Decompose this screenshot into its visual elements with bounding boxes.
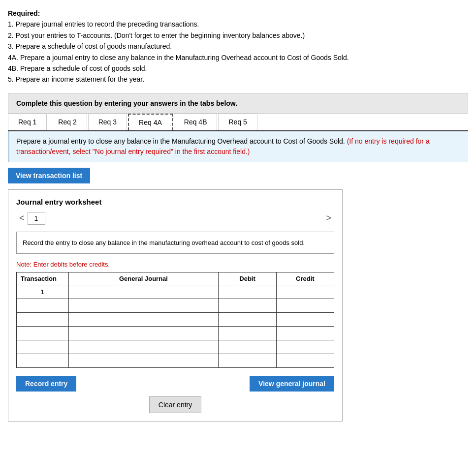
complete-instruction-box: Complete this question by entering your … xyxy=(8,93,468,114)
row4-debit-input[interactable] xyxy=(222,330,273,337)
record-entry-button[interactable]: Record entry xyxy=(16,376,76,392)
complete-instruction-text: Complete this question by entering your … xyxy=(16,99,237,107)
req-item-5: 5. Prepare an income statement for the y… xyxy=(8,75,144,83)
instruction-main: Prepare a journal entry to close any bal… xyxy=(16,137,345,145)
clear-row: Clear entry xyxy=(16,396,334,413)
row6-journal-input[interactable] xyxy=(72,357,216,364)
row6-credit[interactable] xyxy=(276,354,334,368)
required-section: Required: 1. Prepare journal entries to … xyxy=(8,8,468,85)
row2-credit[interactable] xyxy=(276,299,334,313)
instruction-box: Prepare a journal entry to close any bal… xyxy=(8,131,468,162)
tab-req4b[interactable]: Req 4B xyxy=(174,114,218,130)
journal-card: Journal entry worksheet < 1 > Record the… xyxy=(8,189,343,422)
row5-transaction xyxy=(17,340,69,354)
action-row: Record entry View general journal xyxy=(16,376,334,392)
req-item-1: 1. Prepare journal entries to record the… xyxy=(8,20,199,28)
row3-credit-input[interactable] xyxy=(280,316,331,323)
required-title: Required: xyxy=(8,9,40,17)
description-box: Record the entry to close any balance in… xyxy=(16,232,334,254)
clear-entry-button[interactable]: Clear entry xyxy=(149,396,201,413)
view-transaction-button[interactable]: View transaction list xyxy=(8,168,90,183)
tab-req3[interactable]: Req 3 xyxy=(88,114,127,130)
table-row xyxy=(17,340,334,354)
description-text: Record the entry to close any balance in… xyxy=(23,239,305,246)
row5-journal[interactable] xyxy=(68,340,219,354)
row3-debit-input[interactable] xyxy=(222,316,273,323)
next-button[interactable]: > xyxy=(323,213,334,223)
row1-journal-input[interactable] xyxy=(72,288,216,296)
row1-debit-input[interactable] xyxy=(222,288,273,296)
row3-credit[interactable] xyxy=(276,313,334,327)
row2-debit[interactable] xyxy=(219,299,276,313)
row3-journal-input[interactable] xyxy=(72,316,216,323)
row4-debit[interactable] xyxy=(219,327,276,340)
col-debit: Debit xyxy=(219,272,276,285)
table-row: 1 xyxy=(17,285,334,299)
tabs-container: Req 1 Req 2 Req 3 Req 4A Req 4B Req 5 xyxy=(8,114,468,131)
col-credit: Credit xyxy=(276,272,334,285)
tab-req1[interactable]: Req 1 xyxy=(8,114,47,130)
row2-transaction xyxy=(17,299,69,313)
row2-journal[interactable] xyxy=(68,299,219,313)
row1-credit-input[interactable] xyxy=(280,288,331,296)
entry-number: 1 xyxy=(28,212,45,225)
tab-req2[interactable]: Req 2 xyxy=(48,114,87,130)
row4-transaction xyxy=(17,327,69,340)
row1-transaction: 1 xyxy=(17,285,69,299)
row6-debit[interactable] xyxy=(219,354,276,368)
row2-debit-input[interactable] xyxy=(222,302,273,309)
table-row xyxy=(17,313,334,327)
tab-req4a[interactable]: Req 4A xyxy=(128,114,173,130)
row5-credit-input[interactable] xyxy=(280,343,331,351)
row5-journal-input[interactable] xyxy=(72,343,216,351)
table-row xyxy=(17,327,334,340)
row1-credit[interactable] xyxy=(276,285,334,299)
req-item-4b: 4B. Prepare a schedule of cost of goods … xyxy=(8,64,147,72)
row1-journal[interactable] xyxy=(68,285,219,299)
row5-debit-input[interactable] xyxy=(222,343,273,351)
col-general-journal: General Journal xyxy=(68,272,219,285)
row2-journal-input[interactable] xyxy=(72,302,216,309)
row5-debit[interactable] xyxy=(219,340,276,354)
row1-debit[interactable] xyxy=(219,285,276,299)
row6-debit-input[interactable] xyxy=(222,357,273,364)
row2-credit-input[interactable] xyxy=(280,302,331,309)
table-row xyxy=(17,354,334,368)
row6-credit-input[interactable] xyxy=(280,357,331,364)
row4-credit[interactable] xyxy=(276,327,334,340)
view-general-journal-button[interactable]: View general journal xyxy=(250,376,334,392)
row3-transaction xyxy=(17,313,69,327)
req-item-3: 3. Prepare a schedule of cost of goods m… xyxy=(8,42,172,50)
row6-journal[interactable] xyxy=(68,354,219,368)
row4-journal[interactable] xyxy=(68,327,219,340)
row3-debit[interactable] xyxy=(219,313,276,327)
tab-req5[interactable]: Req 5 xyxy=(218,114,257,130)
note-text: Note: Enter debits before credits. xyxy=(16,261,334,268)
row6-transaction xyxy=(17,354,69,368)
col-transaction: Transaction xyxy=(17,272,69,285)
journal-table: Transaction General Journal Debit Credit… xyxy=(16,272,334,368)
row4-credit-input[interactable] xyxy=(280,330,331,337)
nav-row: < 1 > xyxy=(16,212,334,225)
table-row xyxy=(17,299,334,313)
row5-credit[interactable] xyxy=(276,340,334,354)
req-item-2: 2. Post your entries to T-accounts. (Don… xyxy=(8,31,305,39)
row3-journal[interactable] xyxy=(68,313,219,327)
req-item-4a: 4A. Prepare a journal entry to close any… xyxy=(8,54,349,61)
prev-button[interactable]: < xyxy=(16,213,28,223)
row4-journal-input[interactable] xyxy=(72,330,216,337)
journal-title: Journal entry worksheet xyxy=(16,198,334,206)
